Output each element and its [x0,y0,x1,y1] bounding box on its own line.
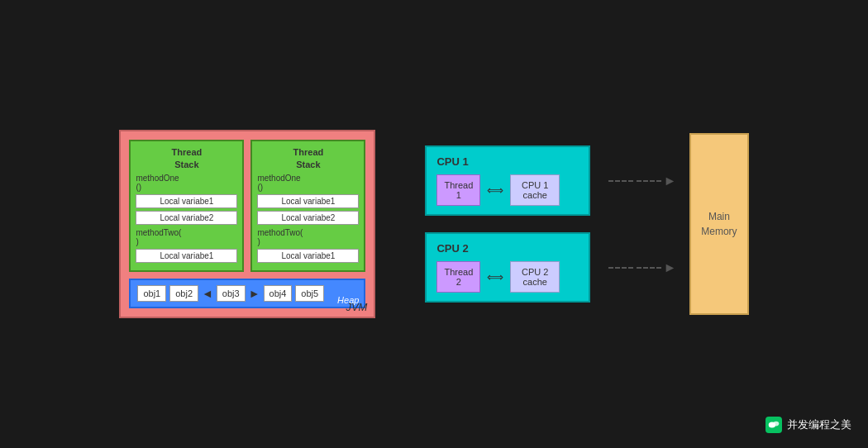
obj5: obj5 [295,285,324,302]
watermark-text: 并发编程之美 [787,417,851,432]
watermark: 并发编程之美 [765,417,851,433]
cpu2-thread-box: Thread2 [436,261,480,293]
thread-stack-1: ThreadStack methodOne() Local variabe1 L… [129,140,244,272]
cpu1-inner: Thread1 ⟺ CPU 1cache [436,174,579,206]
jvm-box: ThreadStack methodOne() Local variabe1 L… [119,130,375,318]
cpu2-title: CPU 2 [436,242,579,255]
cpu1-box: CPU 1 Thread1 ⟺ CPU 1cache [425,145,590,216]
heap-section: obj1 obj2 ◄ obj3 ► obj4 obj5 Heap [129,279,365,308]
obj4: obj4 [264,285,293,302]
cpu2-inner: Thread2 ⟺ CPU 2cache [436,261,579,293]
heap-arrow-right: ► [249,287,260,300]
cpu2-row: CPU 2 Thread2 ⟺ CPU 2cache ► [425,232,676,303]
method-one-1: methodOne() [136,174,237,192]
local-var-1-3: Local variabe1 [136,249,237,263]
local-var-2-2: Local variabe2 [257,211,359,225]
cpu1-dashed-arrow: ► [607,174,676,188]
main-container: ThreadStack methodOne() Local variabe1 L… [0,0,868,448]
jvm-label: JVM [346,301,367,313]
heap-arrow-left: ◄ [202,287,213,300]
cpu2-cache-box: CPU 2cache [510,261,560,293]
cpu2-dashed-arrow: ► [607,260,676,275]
cpu1-title: CPU 1 [436,155,579,168]
obj2: obj2 [169,285,198,302]
cpu1-thread-box: Thread1 [436,174,480,206]
method-two-1: methodTwo() [136,228,237,246]
thread-stack-1-title: ThreadStack [136,146,237,170]
main-memory-box: Main Memory [689,133,748,315]
cpu2-box: CPU 2 Thread2 ⟺ CPU 2cache [425,232,590,303]
wechat-icon [765,417,782,433]
local-var-2-3: Local variabe1 [257,249,359,263]
method-two-2: methodTwo() [257,228,359,246]
local-var-1-1: Local variabe1 [136,194,237,208]
cpu1-row: CPU 1 Thread1 ⟺ CPU 1cache ► [425,145,676,216]
thread-stack-2: ThreadStack methodOne() Local variabe1 L… [250,140,365,272]
method-one-2: methodOne() [257,174,359,192]
right-section: CPU 1 Thread1 ⟺ CPU 1cache ► CPU 2 [425,133,748,315]
main-memory-label: Main Memory [701,209,737,239]
local-var-1-2: Local variabe2 [136,211,237,225]
thread-stack-2-title: ThreadStack [257,146,359,170]
cpu1-cache-box: CPU 1cache [510,174,560,206]
cpu2-bidir-arrow: ⟺ [487,270,503,284]
obj3: obj3 [217,285,246,302]
local-var-2-1: Local variabe1 [257,194,359,208]
obj1: obj1 [137,285,166,302]
cpu-section: CPU 1 Thread1 ⟺ CPU 1cache ► CPU 2 [425,145,676,303]
cpu1-bidir-arrow: ⟺ [487,183,503,197]
threads-row: ThreadStack methodOne() Local variabe1 L… [129,140,365,272]
svg-point-1 [773,422,779,427]
